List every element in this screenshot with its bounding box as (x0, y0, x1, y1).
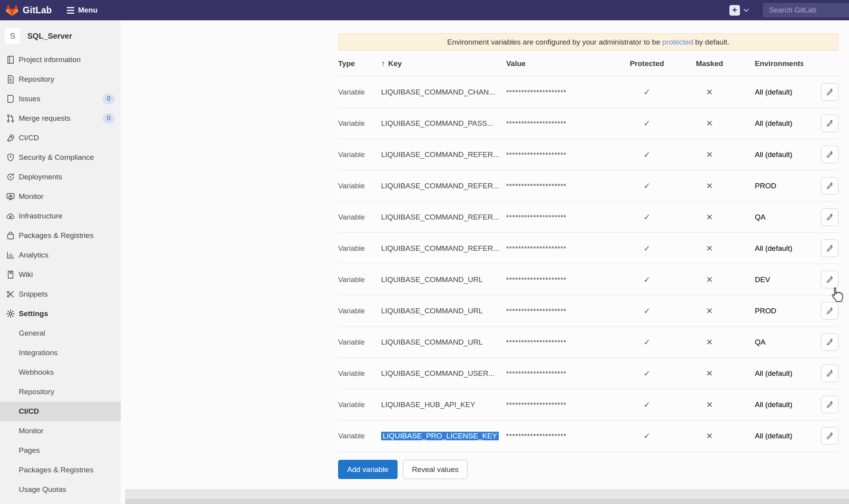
sidebar-subitem-label: Monitor (19, 427, 43, 435)
header-type[interactable]: Type (338, 59, 381, 68)
variable-type: Variable (338, 369, 381, 378)
sidebar-item-snippets[interactable]: Snippets (0, 284, 125, 304)
project-sidebar: S SQL_Server Project information Reposit… (0, 20, 125, 504)
sidebar-subitem-label: Integrations (19, 349, 57, 357)
edit-variable-button[interactable] (821, 302, 838, 320)
project-header[interactable]: S SQL_Server (0, 20, 125, 50)
variable-masked-value: ******************** (506, 369, 612, 378)
edit-variable-button[interactable] (821, 83, 838, 101)
edit-variable-button[interactable] (821, 146, 838, 163)
header-value[interactable]: Value (506, 59, 612, 68)
variable-key: LIQUIBASE_COMMAND_REFER... (381, 244, 506, 253)
edit-variable-button[interactable] (821, 396, 838, 413)
sidebar-item-project-information[interactable]: Project information (0, 50, 125, 70)
sidebar-item-issues[interactable]: Issues 0 (0, 89, 125, 109)
sidebar-item-wiki[interactable]: Wiki (0, 265, 125, 284)
edit-variable-button[interactable] (821, 365, 838, 382)
admin-protected-banner: Environment variables are configured by … (338, 33, 838, 51)
sidebar-subitem-webhooks[interactable]: Webhooks (0, 363, 125, 382)
variable-masked-value: ******************** (506, 150, 612, 159)
protected-check-icon: ✓ (612, 150, 682, 159)
masked-x-icon: ✕ (682, 369, 737, 378)
sidebar-item-repository[interactable]: Repository (0, 70, 125, 89)
variable-key: LIQUIBASE_HUB_API_KEY (381, 400, 506, 409)
variable-type: Variable (338, 432, 381, 440)
masked-x-icon: ✕ (682, 338, 737, 347)
sidebar-item-ci-cd[interactable]: CI/CD (0, 128, 125, 148)
search-input[interactable] (763, 3, 849, 17)
analytics-chart-icon (6, 250, 15, 260)
edit-variable-button[interactable] (821, 333, 838, 351)
variable-row: Variable LIQUIBASE_COMMAND_CHAN... *****… (338, 77, 838, 108)
pencil-icon (826, 432, 834, 440)
variable-masked-value: ******************** (506, 88, 612, 97)
variable-masked-value: ******************** (506, 400, 612, 409)
variable-row: Variable LIQUIBASE_COMMAND_REFER... ****… (338, 170, 838, 202)
edit-variable-button[interactable] (821, 114, 838, 132)
monitor-icon (6, 192, 15, 201)
variable-type: Variable (338, 400, 381, 409)
table-actions: Add variable Reveal values (338, 460, 838, 479)
sidebar-scrollbar[interactable] (121, 20, 125, 504)
sidebar-item-label: Issues (19, 95, 40, 103)
new-item-dropdown[interactable]: + (729, 5, 749, 16)
gitlab-app: GitLab Menu + S SQL_Server Project infor… (0, 0, 849, 504)
header-key[interactable]: ↑Key (381, 59, 506, 68)
sidebar-subitem-label: CI/CD (19, 407, 39, 416)
sidebar-item-infrastructure[interactable]: Infrastructure (0, 206, 125, 226)
sidebar-item-label: Infrastructure (19, 212, 63, 220)
reveal-values-button[interactable]: Reveal values (403, 460, 467, 479)
gitlab-home-link[interactable]: GitLab (5, 4, 52, 17)
edit-variable-button[interactable] (821, 427, 838, 445)
header-masked[interactable]: Masked (682, 59, 737, 68)
sidebar-item-label: CI/CD (19, 134, 39, 142)
protected-check-icon: ✓ (612, 119, 682, 128)
page-bottom-strip (0, 499, 849, 504)
banner-text-after: by default. (695, 38, 729, 46)
protected-check-icon: ✓ (612, 244, 682, 253)
variable-environment: All (default) (737, 88, 803, 97)
sidebar-item-packages-registries[interactable]: Packages & Registries (0, 226, 125, 245)
sidebar-subitem-label: Packages & Registries (19, 466, 93, 474)
sidebar-item-security-compliance[interactable]: Security & Compliance (0, 148, 125, 167)
sidebar-subitem-label: Usage Quotas (19, 485, 66, 494)
menu-button[interactable]: Menu (67, 6, 98, 14)
sidebar-item-settings[interactable]: Settings (0, 304, 125, 323)
masked-x-icon: ✕ (682, 431, 737, 441)
pencil-icon (826, 150, 834, 159)
edit-variable-button[interactable] (821, 271, 838, 288)
edit-variable-button[interactable] (821, 208, 838, 226)
project-information-icon (6, 55, 15, 64)
sidebar-subitem-packages-registries[interactable]: Packages & Registries (0, 460, 125, 480)
sidebar-subitem-pages[interactable]: Pages (0, 441, 125, 460)
protected-check-icon: ✓ (612, 369, 682, 378)
repository-icon (6, 75, 15, 84)
masked-x-icon: ✕ (682, 150, 737, 159)
protected-link[interactable]: protected (662, 38, 693, 46)
banner-text-before: Environment variables are configured by … (447, 38, 660, 46)
edit-variable-button[interactable] (821, 177, 838, 195)
sidebar-item-deployments[interactable]: Deployments (0, 167, 125, 187)
deployments-icon (6, 172, 15, 182)
sidebar-subitem-ci-cd[interactable]: CI/CD (0, 402, 125, 421)
variable-environment: All (default) (737, 244, 803, 253)
sidebar-subitem-usage-quotas[interactable]: Usage Quotas (0, 480, 125, 499)
sidebar-item-analytics[interactable]: Analytics (0, 245, 125, 265)
sidebar-subitem-repository[interactable]: Repository (0, 382, 125, 402)
variable-masked-value: ******************** (506, 244, 612, 253)
sidebar-subitem-general[interactable]: General (0, 323, 125, 343)
sidebar-item-label: Merge requests (19, 114, 70, 123)
header-protected[interactable]: Protected (612, 59, 682, 68)
variable-masked-value: ******************** (506, 307, 612, 315)
header-environments[interactable]: Environments (737, 59, 803, 68)
brand-wordmark: GitLab (23, 5, 52, 16)
project-avatar: S (4, 27, 21, 45)
edit-variable-button[interactable] (821, 239, 838, 257)
variable-type: Variable (338, 244, 381, 253)
sidebar-item-monitor[interactable]: Monitor (0, 187, 125, 206)
protected-check-icon: ✓ (612, 400, 682, 409)
add-variable-button[interactable]: Add variable (338, 460, 398, 479)
sidebar-item-merge-requests[interactable]: Merge requests 0 (0, 109, 125, 128)
sidebar-subitem-monitor[interactable]: Monitor (0, 421, 125, 441)
sidebar-subitem-integrations[interactable]: Integrations (0, 343, 125, 363)
